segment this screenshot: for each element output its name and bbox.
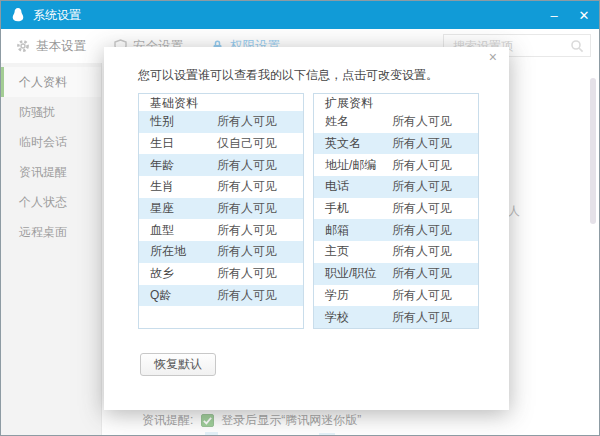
- news-checkbox-label: 登录后显示“腾讯网迷你版”: [221, 412, 361, 429]
- title-bar: 系统设置 – ✕: [1, 1, 599, 29]
- search-icon[interactable]: [570, 39, 584, 53]
- sidebar-item-label: 防骚扰: [19, 105, 55, 119]
- visibility-value[interactable]: 所有人可见: [217, 157, 277, 174]
- privacy-row: Q龄所有人可见: [139, 285, 303, 307]
- sidebar-item-anti-harassment[interactable]: 防骚扰: [1, 97, 101, 127]
- visibility-value[interactable]: 所有人可见: [392, 309, 452, 326]
- basic-info-table: 基础资料 性别所有人可见生日仅自己可见年龄所有人可见生肖所有人可见星座所有人可见…: [138, 93, 304, 329]
- field-label: 邮箱: [325, 222, 392, 239]
- sidebar-item-label: 临时会话: [19, 135, 67, 149]
- visibility-value[interactable]: 仅自己可见: [217, 135, 277, 152]
- field-label: 学历: [325, 287, 392, 304]
- extended-info-table: 扩展资料 姓名所有人可见英文名所有人可见地址/邮编所有人可见电话所有人可见手机所…: [313, 93, 479, 329]
- visibility-value[interactable]: 所有人可见: [392, 200, 452, 217]
- field-label: Q龄: [150, 287, 217, 304]
- sidebar-item-remote-desktop[interactable]: 远程桌面: [1, 217, 101, 247]
- tab-label: 基本设置: [36, 38, 86, 55]
- news-alert-label: 资讯提醒:: [142, 412, 193, 429]
- privacy-row: 星座所有人可见: [139, 198, 303, 220]
- field-label: 手机: [325, 200, 392, 217]
- privacy-row: 学校所有人可见: [314, 306, 478, 328]
- privacy-row: 年龄所有人可见: [139, 154, 303, 176]
- field-label: 职业/职位: [325, 265, 392, 282]
- sidebar-item-label: 远程桌面: [19, 225, 67, 239]
- visibility-value[interactable]: 所有人可见: [217, 265, 277, 282]
- sidebar-item-temp-session[interactable]: 临时会话: [1, 127, 101, 157]
- privacy-row: 所在地所有人可见: [139, 241, 303, 263]
- basic-info-rows: 性别所有人可见生日仅自己可见年龄所有人可见生肖所有人可见星座所有人可见血型所有人…: [139, 111, 303, 306]
- privacy-row: 职业/职位所有人可见: [314, 263, 478, 285]
- field-label: 所在地: [150, 243, 217, 260]
- settings-sidebar: 个人资料防骚扰临时会话资讯提醒个人状态远程桌面: [1, 63, 102, 435]
- extended-info-rows: 姓名所有人可见英文名所有人可见地址/邮编所有人可见电话所有人可见手机所有人可见邮…: [314, 111, 478, 328]
- privacy-settings-dialog: × 您可以设置谁可以查看我的以下信息，点击可改变设置。 基础资料 性别所有人可见…: [104, 47, 509, 410]
- window-title: 系统设置: [33, 7, 81, 24]
- sidebar-item-label: 个人资料: [19, 75, 67, 89]
- news-checkbox-checked[interactable]: [201, 414, 214, 427]
- field-label: 生肖: [150, 178, 217, 195]
- visibility-value[interactable]: 所有人可见: [217, 287, 277, 304]
- visibility-value[interactable]: 所有人可见: [392, 157, 452, 174]
- privacy-row: 故乡所有人可见: [139, 263, 303, 285]
- sidebar-item-label: 资讯提醒: [19, 165, 67, 179]
- privacy-row: 学历所有人可见: [314, 285, 478, 307]
- restore-defaults-button[interactable]: 恢复默认: [140, 353, 216, 376]
- visibility-value[interactable]: 所有人可见: [217, 113, 277, 130]
- privacy-row: 主页所有人可见: [314, 241, 478, 263]
- close-button[interactable]: ✕: [569, 1, 599, 29]
- gear-icon: [16, 39, 30, 53]
- privacy-row: 血型所有人可见: [139, 219, 303, 241]
- sidebar-item-news-alerts[interactable]: 资讯提醒: [1, 157, 101, 187]
- field-label: 学校: [325, 309, 392, 326]
- field-label: 地址/邮编: [325, 157, 392, 174]
- visibility-value[interactable]: 所有人可见: [392, 113, 452, 130]
- field-label: 故乡: [150, 265, 217, 282]
- privacy-row: 生肖所有人可见: [139, 176, 303, 198]
- field-label: 年龄: [150, 157, 217, 174]
- field-label: 电话: [325, 178, 392, 195]
- field-label: 英文名: [325, 135, 392, 152]
- visibility-value[interactable]: 所有人可见: [217, 200, 277, 217]
- field-label: 姓名: [325, 113, 392, 130]
- partial-checkbox-fragment: [205, 432, 218, 436]
- scrollbar-thumb[interactable]: [590, 78, 596, 224]
- sidebar-item-personal-status[interactable]: 个人状态: [1, 187, 101, 217]
- visibility-value[interactable]: 所有人可见: [392, 265, 452, 282]
- minimize-button[interactable]: –: [539, 1, 569, 29]
- sidebar-item-label: 个人状态: [19, 195, 67, 209]
- visibility-value[interactable]: 所有人可见: [392, 243, 452, 260]
- news-alert-setting-row: 资讯提醒: 登录后显示“腾讯网迷你版”: [142, 412, 361, 429]
- privacy-row: 生日仅自己可见: [139, 133, 303, 155]
- field-label: 性别: [150, 113, 217, 130]
- privacy-row: 姓名所有人可见: [314, 111, 478, 133]
- privacy-row: 手机所有人可见: [314, 198, 478, 220]
- privacy-row: 电话所有人可见: [314, 176, 478, 198]
- field-label: 生日: [150, 135, 217, 152]
- dialog-instruction: 您可以设置谁可以查看我的以下信息，点击可改变设置。: [138, 67, 438, 84]
- privacy-row: 地址/邮编所有人可见: [314, 154, 478, 176]
- settings-window: 系统设置 – ✕ 基本设置安全设置权限设置 个人资料防骚扰临时会话资讯提醒个人状…: [0, 0, 600, 436]
- visibility-value[interactable]: 所有人可见: [392, 222, 452, 239]
- basic-info-header: 基础资料: [139, 94, 303, 111]
- field-label: 星座: [150, 200, 217, 217]
- window-body: 基本设置安全设置权限设置 个人资料防骚扰临时会话资讯提醒个人状态远程桌面 的人 …: [1, 29, 599, 435]
- visibility-value[interactable]: 所有人可见: [392, 178, 452, 195]
- visibility-value[interactable]: 所有人可见: [217, 222, 277, 239]
- field-label: 主页: [325, 243, 392, 260]
- sidebar-item-personal-profile[interactable]: 个人资料: [1, 67, 101, 97]
- visibility-value[interactable]: 所有人可见: [217, 178, 277, 195]
- active-indicator-bar: [1, 67, 4, 97]
- dialog-close-icon[interactable]: ×: [489, 50, 497, 64]
- visibility-value[interactable]: 所有人可见: [392, 135, 452, 152]
- privacy-row: 性别所有人可见: [139, 111, 303, 133]
- privacy-row: 英文名所有人可见: [314, 133, 478, 155]
- privacy-tables: 基础资料 性别所有人可见生日仅自己可见年龄所有人可见生肖所有人可见星座所有人可见…: [138, 93, 479, 329]
- visibility-value[interactable]: 所有人可见: [217, 243, 277, 260]
- privacy-row: 邮箱所有人可见: [314, 219, 478, 241]
- qq-penguin-icon: [10, 7, 26, 23]
- visibility-value[interactable]: 所有人可见: [392, 287, 452, 304]
- extended-info-header: 扩展资料: [314, 94, 478, 111]
- tab-basic-settings[interactable]: 基本设置: [16, 38, 86, 55]
- field-label: 血型: [150, 222, 217, 239]
